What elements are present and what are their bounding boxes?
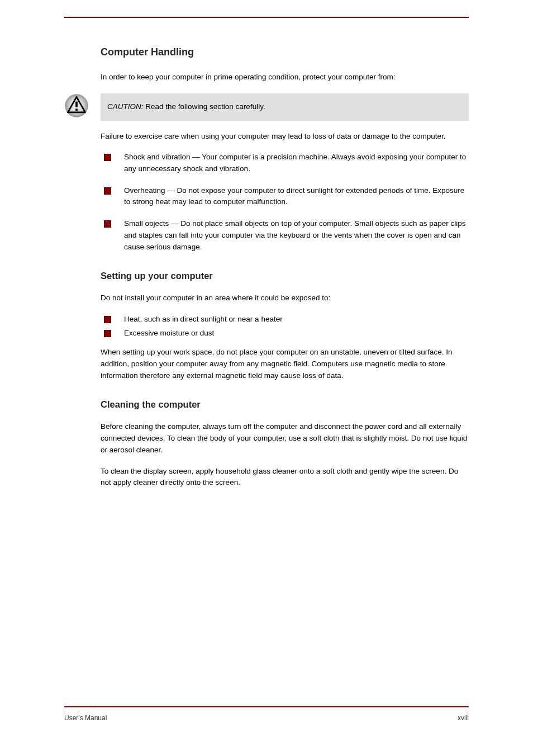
subsection-title-cleaning: Cleaning the computer [101,398,469,412]
bottom-divider [64,706,469,707]
intro-paragraph: In order to keep your computer in prime … [101,72,469,83]
subsection-title-setup: Setting up your computer [101,269,469,284]
cleaning-paragraph-1: Before cleaning the computer, always tur… [101,421,469,456]
setup-paragraph-2: When setting up your work space, do not … [101,347,469,382]
footer-left: User's Manual [64,713,107,724]
svg-rect-1 [75,101,78,107]
list-item: Small objects — Do not place small objec… [101,218,469,253]
setup-paragraph-1: Do not install your computer in an area … [101,292,469,304]
svg-rect-2 [75,108,78,111]
top-divider [64,17,469,18]
list-item: Shock and vibration — Your computer is a… [101,152,469,175]
caution-heading-bar: CAUTION: Read the following section care… [101,93,469,121]
caution-icon [64,93,89,118]
caution-heading-rest: Read the following section carefully. [144,102,265,111]
list-item: Heat, such as in direct sunlight or near… [101,314,469,325]
caution-heading-italic: CAUTION: [107,102,144,111]
list-item: Overheating — Do not expose your compute… [101,185,469,209]
setup-bullet-list: Heat, such as in direct sunlight or near… [101,314,469,339]
list-item: Excessive moisture or dust [101,328,469,339]
caution-body: Failure to exercise care when using your… [101,131,469,143]
main-bullet-list: Shock and vibration — Your computer is a… [101,152,469,253]
footer-right: xviii [458,713,469,724]
caution-block: CAUTION: Read the following section care… [64,93,469,121]
page-footer: User's Manual xviii [64,706,469,724]
section-title: Computer Handling [101,45,469,60]
cleaning-paragraph-2: To clean the display screen, apply house… [101,466,469,489]
caution-icon-wrap [64,93,101,118]
